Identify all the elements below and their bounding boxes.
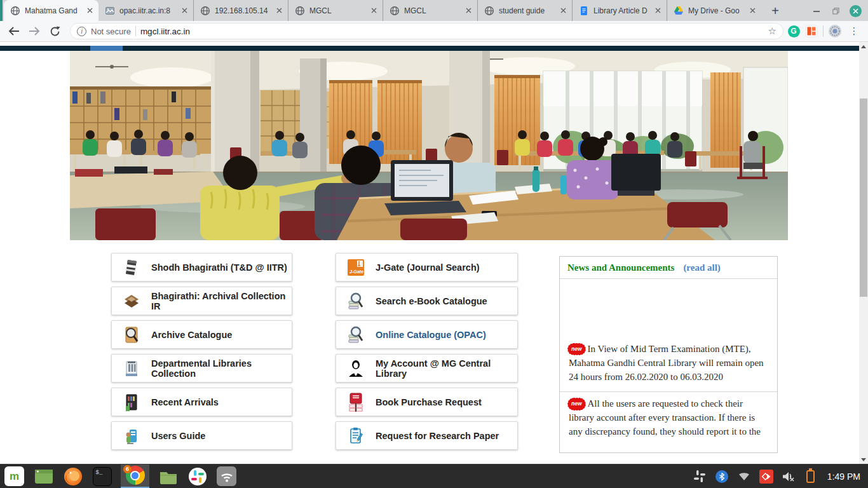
site-navbar-bottom-edge — [0, 46, 859, 51]
scrollbar-thumb[interactable] — [860, 98, 867, 297]
google-docs-icon — [579, 6, 589, 16]
news-item[interactable]: newAll the users are requested to check … — [560, 391, 777, 446]
clipboard-pencil-icon — [347, 426, 365, 445]
volume-muted-icon[interactable] — [781, 469, 796, 484]
forward-button[interactable] — [25, 22, 43, 40]
quick-link-users-guide[interactable]: Users Guide — [111, 421, 292, 450]
quick-link-jgate[interactable]: J-Gate J-Gate (Journal Search) — [336, 253, 518, 281]
minimize-button[interactable] — [811, 6, 822, 17]
slack-icon[interactable] — [187, 466, 208, 487]
anydesk-icon[interactable] — [759, 469, 774, 484]
tab-close-icon[interactable] — [274, 6, 284, 16]
scroll-up-arrow[interactable] — [859, 42, 868, 51]
back-button[interactable] — [5, 22, 23, 40]
bookshelf-icon — [123, 393, 140, 412]
bluetooth-icon[interactable] — [714, 469, 729, 484]
show-desktop-icon[interactable] — [33, 466, 54, 487]
tab-my-drive[interactable]: My Drive - Goo — [667, 0, 761, 21]
tab-label: opac.iitr.ac.in:8 — [119, 6, 175, 15]
wifi-tray-icon[interactable] — [736, 469, 752, 484]
new-badge: new — [569, 344, 585, 354]
tab-library-article[interactable]: Library Article D — [572, 0, 667, 21]
tab-close-icon[interactable] — [369, 6, 379, 16]
browser-tab-strip: Mahatma Gand opac.iitr.ac.in:8 192.168.1… — [0, 0, 868, 21]
security-label[interactable]: Not secure — [91, 27, 131, 36]
firefox-icon[interactable] — [62, 466, 83, 487]
url-text[interactable]: mgcl.iitr.ac.in — [140, 27, 190, 36]
battery-icon[interactable] — [803, 469, 818, 484]
quick-link-label: Search e-Book Catalogue — [376, 296, 487, 306]
tab-close-icon[interactable] — [747, 6, 757, 16]
quick-link-label: Recent Arrivals — [151, 397, 219, 407]
restore-button[interactable] — [831, 6, 841, 17]
news-announcements-panel: News and Announcements (read all) newIn … — [559, 256, 778, 453]
quick-link-book-purchase[interactable]: Book Purchase Request — [336, 388, 518, 416]
bookmark-star-icon[interactable]: ☆ — [768, 25, 776, 37]
read-all-link[interactable]: (read all) — [683, 262, 720, 273]
news-marquee-gap — [560, 279, 777, 337]
quick-link-research-paper[interactable]: Request for Research Paper — [336, 421, 518, 450]
tab-close-icon[interactable] — [558, 6, 568, 16]
tab-label: MGCL — [309, 6, 364, 15]
tab-close-icon[interactable] — [179, 6, 189, 16]
grammarly-extension-icon[interactable]: G — [786, 24, 801, 39]
quick-link-archive-catalogue[interactable]: Archive Catalogue — [111, 320, 292, 349]
file-manager-icon[interactable] — [158, 466, 179, 487]
tab-mgcl-2[interactable]: MGCL — [383, 0, 477, 21]
reload-button[interactable] — [46, 22, 64, 40]
tab-student-guide[interactable]: student guide — [477, 0, 572, 21]
quick-link-recent-arrivals[interactable]: Recent Arrivals — [111, 388, 292, 416]
chrome-taskbar-button[interactable]: 6 — [121, 464, 149, 488]
close-button[interactable] — [850, 5, 862, 17]
webpage-viewport: Shodh Bhagirathi (T&D @ IITR) Bhagirathi… — [0, 42, 868, 464]
red-book-icon — [347, 393, 365, 412]
globe-icon — [390, 6, 400, 16]
info-icon[interactable]: i — [77, 27, 86, 36]
quick-link-ebook-catalogue[interactable]: Search e-Book Catalogue — [336, 287, 518, 315]
quick-link-departmental-libraries[interactable]: Departmental Libraries Collection — [111, 354, 292, 383]
globe-icon — [484, 6, 494, 16]
new-tab-button[interactable]: + — [766, 2, 784, 20]
mint-menu-button[interactable]: m — [4, 466, 25, 487]
tab-close-icon[interactable] — [463, 6, 473, 16]
toolbar-separator — [823, 25, 824, 37]
tab-192-168[interactable]: 192.168.105.14 — [193, 0, 288, 21]
taskbar-launchers: m $_ 6 — [4, 464, 237, 488]
system-tray: 1:49 PM — [692, 469, 864, 484]
tab-label: Library Article D — [593, 6, 648, 15]
svg-text:J-Gate: J-Gate — [349, 269, 363, 274]
news-item[interactable]: newIn View of Mid Term Examination (MTE)… — [560, 337, 777, 391]
thesis-stack-icon — [123, 258, 140, 277]
archive-search-icon — [123, 325, 140, 344]
address-bar[interactable]: i Not secure mgcl.iitr.ac.in ☆ — [70, 23, 783, 39]
window-border-accent — [0, 0, 3, 21]
tab-mgcl-1[interactable]: MGCL — [288, 0, 383, 21]
tab-label: MGCL — [404, 6, 459, 15]
quick-link-shodh-bhagirathi[interactable]: Shodh Bhagirathi (T&D @ IITR) — [111, 253, 292, 281]
page-scrollbar[interactable] — [859, 42, 868, 464]
chrome-notification-badge: 6 — [123, 465, 132, 473]
terminal-icon[interactable]: $_ — [92, 466, 112, 487]
tab-label: 192.168.105.14 — [215, 6, 269, 15]
orange-grid-extension-icon[interactable] — [804, 24, 819, 39]
taskbar-clock[interactable]: 1:49 PM — [827, 471, 860, 482]
quick-link-bhagirathi-archival[interactable]: Bhagirathi: Archival Collection IR — [111, 287, 292, 315]
tab-opac[interactable]: opac.iitr.ac.in:8 — [98, 0, 193, 21]
quick-link-opac[interactable]: Online Catalogue (OPAC) — [336, 320, 518, 349]
tab-label: My Drive - Goo — [688, 6, 743, 15]
tab-mahatma-gandhi[interactable]: Mahatma Gand — [4, 0, 98, 21]
browser-toolbar: i Not secure mgcl.iitr.ac.in ☆ G ⋮ — [0, 21, 868, 42]
iitr-extension-icon[interactable] — [827, 24, 843, 39]
quick-link-my-account[interactable]: My Account @ MG Central Library — [336, 354, 518, 383]
news-item-text: In View of Mid Term Examination (MTE), M… — [569, 344, 764, 382]
tab-close-icon[interactable] — [85, 6, 95, 16]
quick-link-label: My Account @ MG Central Library — [376, 358, 517, 379]
browser-menu-icon[interactable]: ⋮ — [845, 22, 863, 40]
tab-close-icon[interactable] — [653, 6, 663, 16]
site-navbar-active-item[interactable] — [90, 46, 123, 51]
jgate-logo-icon: J-Gate — [347, 258, 365, 277]
scroll-down-arrow[interactable] — [859, 455, 868, 464]
network-tool-icon[interactable] — [216, 466, 237, 487]
slack-tray-icon[interactable] — [692, 469, 707, 484]
news-item-text: All the users are requested to check the… — [569, 398, 761, 437]
